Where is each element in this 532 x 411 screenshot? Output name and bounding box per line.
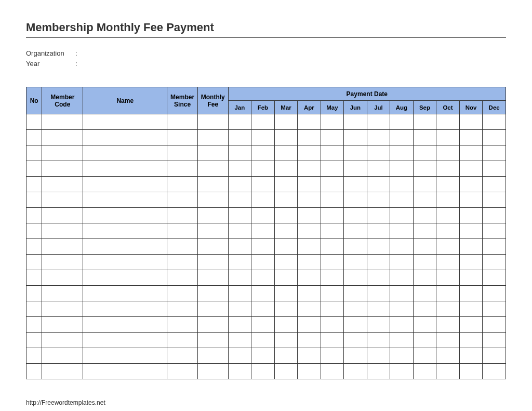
table-cell <box>298 364 321 379</box>
table-cell <box>274 333 298 348</box>
table-cell <box>298 145 321 161</box>
table-cell <box>459 223 483 239</box>
table-cell <box>251 270 275 286</box>
table-cell <box>26 177 42 192</box>
year-label: Year <box>26 59 75 69</box>
table-row <box>26 145 506 161</box>
table-cell <box>344 317 367 333</box>
table-cell <box>390 301 414 317</box>
table-cell <box>274 177 298 192</box>
table-cell <box>483 286 506 301</box>
table-cell <box>251 255 275 270</box>
table-cell <box>167 333 198 348</box>
table-cell <box>390 239 414 255</box>
header-member-since: Member Since <box>167 87 198 114</box>
table-cell <box>483 208 506 223</box>
table-cell <box>321 317 344 333</box>
table-cell <box>167 317 198 333</box>
table-cell <box>298 317 321 333</box>
table-cell <box>167 255 198 270</box>
table-cell <box>367 239 390 255</box>
table-cell <box>413 177 436 192</box>
table-cell <box>321 161 344 177</box>
table-cell <box>298 333 321 348</box>
table-cell <box>298 239 321 255</box>
table-cell <box>367 348 390 364</box>
table-cell <box>42 317 83 333</box>
table-cell <box>42 192 83 208</box>
table-cell <box>367 208 390 223</box>
table-cell <box>483 161 506 177</box>
table-cell <box>483 192 506 208</box>
table-cell <box>274 192 298 208</box>
table-cell <box>483 333 506 348</box>
table-cell <box>228 333 251 348</box>
table-cell <box>483 364 506 379</box>
table-cell <box>83 208 167 223</box>
table-cell <box>390 223 414 239</box>
colon: : <box>75 48 81 59</box>
table-cell <box>83 364 167 379</box>
table-cell <box>298 348 321 364</box>
table-cell <box>197 130 228 145</box>
table-cell <box>298 208 321 223</box>
table-cell <box>321 114 344 130</box>
table-cell <box>274 317 298 333</box>
table-cell <box>197 286 228 301</box>
table-cell <box>83 270 167 286</box>
table-cell <box>459 130 483 145</box>
table-cell <box>413 114 436 130</box>
table-cell <box>228 208 251 223</box>
table-cell <box>344 192 367 208</box>
header-mar: Mar <box>274 101 298 114</box>
header-oct: Oct <box>436 101 460 114</box>
table-cell <box>367 114 390 130</box>
header-dec: Dec <box>483 101 506 114</box>
table-row <box>26 270 506 286</box>
table-cell <box>251 192 275 208</box>
table-cell <box>274 270 298 286</box>
table-cell <box>228 223 251 239</box>
table-cell <box>367 255 390 270</box>
table-cell <box>413 270 436 286</box>
table-cell <box>274 208 298 223</box>
table-cell <box>436 301 460 317</box>
table-cell <box>167 130 198 145</box>
table-cell <box>251 177 275 192</box>
table-cell <box>321 270 344 286</box>
table-cell <box>413 333 436 348</box>
table-cell <box>274 239 298 255</box>
table-cell <box>83 301 167 317</box>
table-cell <box>321 208 344 223</box>
table-cell <box>459 317 483 333</box>
table-cell <box>367 301 390 317</box>
table-cell <box>251 348 275 364</box>
table-cell <box>459 145 483 161</box>
table-cell <box>228 348 251 364</box>
table-cell <box>26 286 42 301</box>
table-cell <box>459 301 483 317</box>
table-row <box>26 364 506 379</box>
table-row <box>26 161 506 177</box>
header-row-1: No Member Code Name Member Since Monthly… <box>26 87 506 101</box>
table-cell <box>344 114 367 130</box>
table-cell <box>298 223 321 239</box>
header-feb: Feb <box>251 101 275 114</box>
table-cell <box>321 223 344 239</box>
table-cell <box>321 239 344 255</box>
footer-link: http://Freewordtemplates.net <box>26 399 506 406</box>
table-cell <box>251 223 275 239</box>
table-cell <box>228 177 251 192</box>
table-cell <box>298 270 321 286</box>
table-cell <box>298 255 321 270</box>
table-cell <box>483 145 506 161</box>
table-cell <box>83 348 167 364</box>
table-cell <box>83 192 167 208</box>
table-cell <box>83 145 167 161</box>
table-cell <box>367 286 390 301</box>
table-cell <box>390 177 414 192</box>
table-cell <box>483 223 506 239</box>
table-cell <box>321 177 344 192</box>
table-cell <box>274 161 298 177</box>
table-row <box>26 130 506 145</box>
